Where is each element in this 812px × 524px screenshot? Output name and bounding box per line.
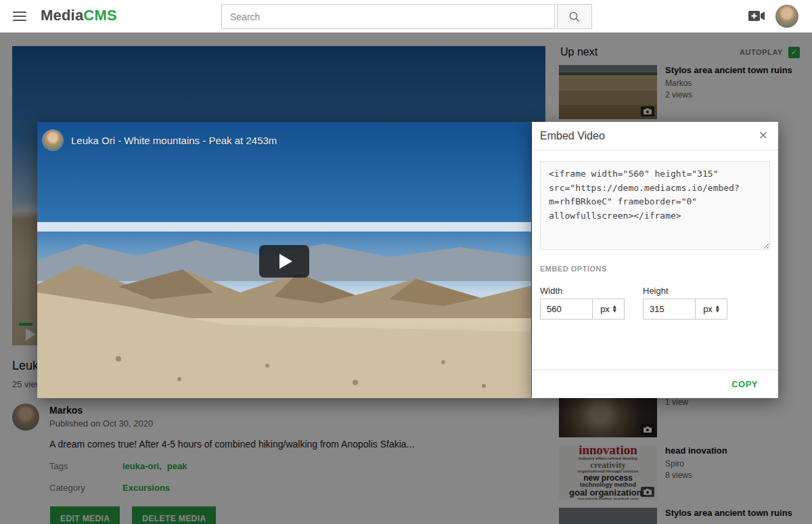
video-camera-plus-icon (748, 10, 765, 22)
close-icon[interactable]: × (756, 127, 770, 144)
modal-title: Embed Video (540, 130, 605, 142)
preview-play-button[interactable] (259, 245, 309, 278)
preview-author-avatar (43, 130, 63, 150)
height-input[interactable] (644, 299, 695, 319)
unit-value: px (703, 304, 713, 314)
width-field-group: px ▲▼ (540, 299, 625, 320)
search-input[interactable] (221, 4, 555, 29)
search-bar (221, 4, 592, 29)
embed-video-modal: Embed Video × <iframe width="560" height… (532, 122, 778, 398)
width-input[interactable] (541, 299, 592, 319)
height-field-group: px ▲▼ (643, 299, 727, 320)
height-label: Height (643, 286, 669, 296)
stepper-arrows-icon: ▲▼ (716, 305, 719, 313)
search-button[interactable] (557, 4, 592, 29)
upload-media-button[interactable] (748, 10, 765, 24)
play-icon (279, 254, 292, 269)
modal-header: Embed Video × (532, 122, 778, 150)
unit-value: px (600, 304, 610, 314)
width-label: Width (540, 286, 562, 296)
user-avatar[interactable] (775, 5, 798, 28)
app-window: MediaCMS Leuka Ori - (0, 0, 812, 524)
top-navbar: MediaCMS (0, 0, 812, 32)
embed-video-preview[interactable]: Leuka Ori - White mountains - Peak at 24… (37, 122, 531, 398)
search-icon (568, 11, 581, 23)
logo-text-media: Media (41, 7, 83, 24)
logo-text-cms: CMS (83, 7, 117, 24)
preview-title-bar: Leuka Ori - White mountains - Peak at 24… (43, 130, 277, 150)
embed-options-label: EMBED OPTIONS (540, 265, 607, 273)
width-unit-select[interactable]: px ▲▼ (592, 299, 624, 319)
stepper-arrows-icon: ▲▼ (613, 305, 616, 313)
embed-code-textarea[interactable]: <iframe width="560" height="315" src="ht… (540, 161, 770, 250)
height-unit-select[interactable]: px ▲▼ (695, 299, 727, 319)
copy-button[interactable]: COPY (731, 379, 758, 389)
preview-video-title: Leuka Ori - White mountains - Peak at 24… (71, 135, 277, 146)
hamburger-menu-icon[interactable] (13, 12, 26, 21)
modal-footer: COPY (532, 370, 778, 398)
mediacms-logo[interactable]: MediaCMS (41, 7, 117, 24)
